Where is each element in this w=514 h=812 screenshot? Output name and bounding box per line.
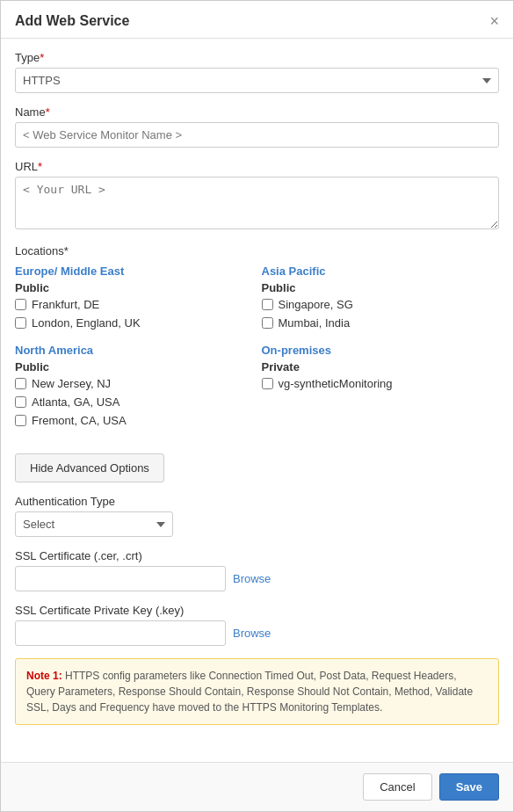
name-label: Name* <box>15 105 499 119</box>
north-region: North America <box>15 344 253 357</box>
newjersey-label: New Jersey, NJ <box>32 377 111 390</box>
europe-group: Europe/ Middle East Public Frankfurt, DE… <box>15 265 253 335</box>
atlanta-label: Atlanta, GA, USA <box>32 395 119 409</box>
europe-type: Public <box>15 281 253 294</box>
newjersey-checkbox[interactable] <box>15 378 26 389</box>
asia-type: Public <box>262 281 500 294</box>
modal-title: Add Web Service <box>15 13 129 29</box>
london-checkbox[interactable] <box>15 317 26 329</box>
fremont-label: Fremont, CA, USA <box>32 414 127 427</box>
type-group: Type* HTTPS HTTP FTP SMTP <box>15 51 499 93</box>
url-input[interactable] <box>15 177 499 229</box>
list-item: vg-syntheticMonitoring <box>262 377 500 390</box>
note-prefix: Note 1: <box>26 670 62 682</box>
modal-footer: Cancel Save <box>1 762 513 811</box>
name-group: Name* <box>15 105 499 148</box>
vg-label: vg-syntheticMonitoring <box>279 377 393 390</box>
ssl-key-row: Browse <box>15 620 499 646</box>
locations-group: Locations* Europe/ Middle East Public Fr… <box>15 244 499 441</box>
type-select[interactable]: HTTPS HTTP FTP SMTP <box>15 68 499 93</box>
ssl-cert-label: SSL Certificate (.cer, .crt) <box>15 549 499 562</box>
onprem-group: On-premises Private vg-syntheticMonitori… <box>262 344 500 432</box>
frankfurt-checkbox[interactable] <box>15 299 26 310</box>
london-label: London, England, UK <box>32 316 141 330</box>
ssl-key-group: SSL Certificate Private Key (.key) Brows… <box>15 604 499 646</box>
locations-label: Locations* <box>15 244 499 257</box>
name-input[interactable] <box>15 122 499 148</box>
north-type: Public <box>15 360 253 373</box>
type-label: Type* <box>15 51 499 64</box>
save-button[interactable]: Save <box>439 773 499 801</box>
list-item: London, England, UK <box>15 316 253 330</box>
singapore-label: Singapore, SG <box>279 298 353 311</box>
advanced-section: Authentication Type Select SSL Certifica… <box>15 495 499 646</box>
modal-header: Add Web Service × <box>1 1 513 39</box>
fremont-checkbox[interactable] <box>15 415 26 426</box>
ssl-cert-group: SSL Certificate (.cer, .crt) Browse <box>15 549 499 591</box>
auth-type-select[interactable]: Select <box>15 511 173 537</box>
north-america-group: North America Public New Jersey, NJ Atla… <box>15 344 253 432</box>
close-button[interactable]: × <box>489 13 499 29</box>
cancel-button[interactable]: Cancel <box>363 773 431 801</box>
singapore-checkbox[interactable] <box>262 299 273 310</box>
auth-type-label: Authentication Type <box>15 495 499 508</box>
add-web-service-modal: Add Web Service × Type* HTTPS HTTP FTP S… <box>0 0 514 812</box>
ssl-key-input[interactable] <box>15 620 226 646</box>
ssl-key-browse-button[interactable]: Browse <box>233 627 271 640</box>
list-item: Frankfurt, DE <box>15 298 253 311</box>
note-text: HTTPS config parameters like Connection … <box>26 670 473 714</box>
onprem-region: On-premises <box>262 344 500 357</box>
list-item: New Jersey, NJ <box>15 377 253 390</box>
note-box: Note 1: HTTPS config parameters like Con… <box>15 658 499 725</box>
frankfurt-label: Frankfurt, DE <box>32 298 99 311</box>
modal-body: Type* HTTPS HTTP FTP SMTP Name* URL* <box>1 39 513 762</box>
europe-region: Europe/ Middle East <box>15 265 253 278</box>
auth-type-group: Authentication Type Select <box>15 495 499 537</box>
list-item: Mumbai, India <box>262 316 500 330</box>
ssl-cert-browse-button[interactable]: Browse <box>233 572 271 585</box>
hide-advanced-button[interactable]: Hide Advanced Options <box>15 453 164 482</box>
mumbai-label: Mumbai, India <box>279 316 351 330</box>
url-label: URL* <box>15 160 499 173</box>
ssl-cert-input[interactable] <box>15 566 226 591</box>
list-item: Atlanta, GA, USA <box>15 395 253 409</box>
auth-type-row: Select <box>15 511 499 537</box>
onprem-type: Private <box>262 360 500 373</box>
url-group: URL* <box>15 160 499 232</box>
locations-grid: Europe/ Middle East Public Frankfurt, DE… <box>15 265 499 441</box>
mumbai-checkbox[interactable] <box>262 317 273 329</box>
list-item: Singapore, SG <box>262 298 500 311</box>
advanced-toggle-container: Hide Advanced Options <box>15 453 499 482</box>
ssl-key-label: SSL Certificate Private Key (.key) <box>15 604 499 617</box>
asia-region: Asia Pacific <box>262 265 500 278</box>
vg-checkbox[interactable] <box>262 378 273 389</box>
ssl-cert-row: Browse <box>15 566 499 591</box>
list-item: Fremont, CA, USA <box>15 414 253 427</box>
atlanta-checkbox[interactable] <box>15 396 26 408</box>
asia-group: Asia Pacific Public Singapore, SG Mumbai… <box>262 265 500 335</box>
